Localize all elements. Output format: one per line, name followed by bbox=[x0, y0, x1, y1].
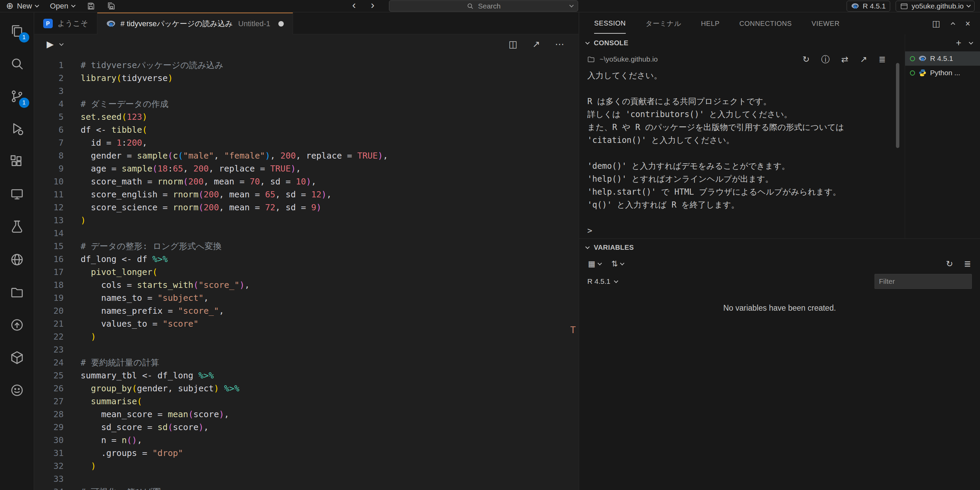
code-line[interactable]: 2library(tidyverse) bbox=[34, 72, 579, 85]
code-line[interactable]: 8 gender = sample(c("male", "female"), 2… bbox=[34, 150, 579, 162]
more-actions-icon[interactable]: ⋯ bbox=[555, 39, 564, 50]
code-line[interactable]: 4# ダミーデータの作成 bbox=[34, 98, 579, 111]
code-line[interactable]: 15# データの整形: ロング形式へ変換 bbox=[34, 240, 579, 253]
forward-button[interactable]: › bbox=[371, 0, 375, 11]
session-options-chevron-icon[interactable] bbox=[969, 40, 973, 45]
variables-header: VARIABLES bbox=[579, 239, 980, 256]
close-panel-icon[interactable]: × bbox=[966, 19, 970, 29]
working-directory[interactable]: ~\yo5uke.github.io bbox=[587, 55, 658, 64]
r-logo-icon bbox=[851, 2, 859, 10]
collapse-console-chevron-icon[interactable] bbox=[585, 40, 590, 45]
clear-variables-icon[interactable]: ≣ bbox=[964, 259, 971, 269]
open-in-editor-icon[interactable]: ↗ bbox=[860, 54, 867, 64]
sidebar-item-remote-explorer[interactable] bbox=[0, 178, 34, 211]
maximize-panel-icon[interactable] bbox=[951, 22, 955, 27]
code-line[interactable]: 5set.seed(123) bbox=[34, 111, 579, 124]
console-title: CONSOLE bbox=[594, 39, 628, 47]
code-line[interactable]: 23 bbox=[34, 343, 579, 356]
code-line[interactable]: 33 bbox=[34, 473, 579, 485]
code-line[interactable]: 22 ) bbox=[34, 331, 579, 343]
code-line[interactable]: 19 names_to = "subject", bbox=[34, 292, 579, 305]
save-all-button[interactable] bbox=[107, 2, 116, 11]
save-button[interactable] bbox=[86, 2, 95, 11]
code-line[interactable]: 30 n = n(), bbox=[34, 434, 579, 447]
clear-console-icon[interactable]: ≣ bbox=[878, 54, 886, 64]
sidebar-item-search[interactable] bbox=[0, 47, 34, 80]
tab-untitled-1[interactable]: # tidyverseパッケージの読み込み Untitled-1 bbox=[97, 13, 293, 34]
code-line[interactable]: 18 cols = starts_with("score_"), bbox=[34, 279, 579, 292]
dirty-indicator-icon[interactable] bbox=[278, 21, 284, 27]
session-item-r[interactable]: R 4.5.1 bbox=[905, 51, 980, 66]
code-line[interactable]: 12 score_science = rnorm(200, mean = 72,… bbox=[34, 201, 579, 214]
code-line[interactable]: 16df_long <- df %>% bbox=[34, 253, 579, 266]
run-button[interactable]: ▶ bbox=[47, 39, 54, 50]
code-line[interactable]: 6df <- tibble( bbox=[34, 124, 579, 137]
new-session-button[interactable]: + bbox=[956, 38, 961, 48]
tab-viewer[interactable]: VIEWER bbox=[811, 14, 840, 33]
code-editor[interactable]: 1# tidyverseパッケージの読み込み2library(tidyverse… bbox=[34, 54, 579, 490]
code-line[interactable]: 1# tidyverseパッケージの読み込み bbox=[34, 59, 579, 72]
sidebar-item-web[interactable] bbox=[0, 243, 34, 276]
code-line[interactable]: 31 .groups = "drop" bbox=[34, 447, 579, 460]
code-line[interactable]: 29 sd_score = sd(score), bbox=[34, 421, 579, 434]
sidebar-item-feedback[interactable] bbox=[0, 374, 34, 407]
split-editor-icon[interactable]: ◫ bbox=[509, 39, 517, 50]
code-line[interactable]: 24# 要約統計量の計算 bbox=[34, 356, 579, 369]
code-line[interactable]: 27 summarise( bbox=[34, 395, 579, 408]
line-number: 16 bbox=[34, 253, 64, 266]
run-options-chevron-icon[interactable] bbox=[59, 41, 64, 46]
console-scrollbar[interactable] bbox=[896, 63, 899, 148]
sidebar-item-run-debug[interactable] bbox=[0, 113, 34, 145]
sidebar-item-workspaces[interactable] bbox=[0, 276, 34, 309]
tab-help[interactable]: HELP bbox=[701, 14, 720, 33]
global-search-box[interactable]: Search bbox=[389, 0, 578, 11]
tab-terminal[interactable]: ターミナル bbox=[646, 13, 681, 34]
code-line[interactable]: 13) bbox=[34, 214, 579, 227]
sidebar-item-explorer[interactable]: 1 bbox=[0, 14, 34, 47]
code-line[interactable]: 32 ) bbox=[34, 460, 579, 473]
tab-welcome[interactable]: ようこそ bbox=[34, 13, 97, 34]
refresh-variables-icon[interactable]: ↻ bbox=[946, 259, 953, 269]
r-file-icon bbox=[106, 19, 116, 29]
code-line[interactable]: 28 mean_score = mean(score), bbox=[34, 408, 579, 421]
collapse-variables-chevron-icon[interactable] bbox=[585, 245, 590, 249]
code-line[interactable]: 10 score_math = rnorm(200, mean = 70, sd… bbox=[34, 175, 579, 188]
back-button[interactable]: ‹ bbox=[352, 0, 356, 11]
code-line[interactable]: 7 id = 1:200, bbox=[34, 137, 579, 150]
code-line[interactable]: 34# 可視化: 箱ひげ図 bbox=[34, 485, 579, 490]
code-line[interactable]: 20 names_prefix = "score_", bbox=[34, 305, 579, 318]
restart-console-icon[interactable]: ↻ bbox=[802, 54, 810, 64]
panel-layout-icon[interactable]: ◫ bbox=[932, 19, 940, 29]
open-button[interactable]: Open bbox=[50, 2, 75, 11]
code-line[interactable]: 14 bbox=[34, 227, 579, 240]
code-line[interactable]: 25summary_tbl <- df_long %>% bbox=[34, 369, 579, 382]
code-line[interactable]: 11 score_english = rnorm(200, mean = 65,… bbox=[34, 188, 579, 201]
workspace-label: yo5uke.github.io bbox=[912, 2, 964, 10]
code-line[interactable]: 21 values_to = "score" bbox=[34, 318, 579, 331]
code-line[interactable]: 26 group_by(gender, subject) %>% bbox=[34, 382, 579, 395]
runtime-select[interactable]: R 4.5.1 bbox=[587, 277, 617, 285]
console-output[interactable]: 入力してください。 R は多くの貢献者による共同プロジェクトです。詳しくは 'c… bbox=[579, 67, 905, 239]
variables-filter-input[interactable] bbox=[875, 274, 972, 289]
tab-connections[interactable]: CONNECTIONS bbox=[740, 14, 792, 33]
group-variables-button[interactable]: ▦ bbox=[588, 259, 601, 269]
grid-view-icon: ▦ bbox=[588, 259, 595, 269]
code-line[interactable]: 3 bbox=[34, 85, 579, 98]
session-item-python[interactable]: Python ... bbox=[905, 66, 980, 80]
sidebar-item-extensions[interactable] bbox=[0, 145, 34, 178]
new-button[interactable]: ⊕ New bbox=[6, 1, 38, 11]
move-console-icon[interactable]: ⇄ bbox=[841, 54, 848, 64]
sidebar-item-source-control[interactable]: 1 bbox=[0, 80, 34, 113]
open-in-new-window-icon[interactable]: ↗ bbox=[532, 39, 540, 50]
sidebar-item-testing[interactable] bbox=[0, 211, 34, 243]
interpreter-badge[interactable]: R 4.5.1 bbox=[846, 1, 890, 11]
code-line[interactable]: 9 age = sample(18:65, 200, replace = TRU… bbox=[34, 162, 579, 175]
sort-variables-button[interactable]: ⇅ bbox=[611, 259, 624, 269]
code-line[interactable]: 17 pivot_longer( bbox=[34, 266, 579, 279]
tab-session[interactable]: SESSION bbox=[594, 14, 626, 34]
workspace-badge[interactable]: yo5uke.github.io bbox=[896, 1, 975, 11]
console-prompt[interactable]: > bbox=[587, 224, 905, 237]
console-info-icon[interactable]: ⓘ bbox=[821, 54, 830, 65]
sidebar-item-packages[interactable] bbox=[0, 341, 34, 374]
sidebar-item-publish[interactable] bbox=[0, 309, 34, 341]
